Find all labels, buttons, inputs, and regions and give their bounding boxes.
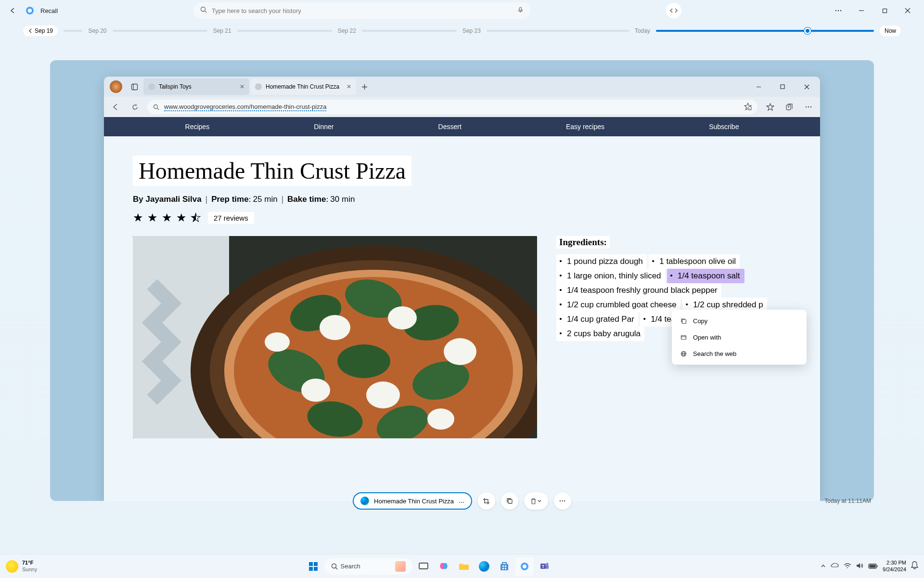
timeline-date-pill[interactable]: Sep 19 [23, 26, 58, 36]
timeline-date: Sep 23 [462, 27, 481, 34]
explorer-icon[interactable] [455, 557, 473, 576]
teams-icon[interactable]: T [536, 557, 554, 576]
svg-rect-76 [505, 565, 506, 567]
svg-rect-52 [682, 319, 686, 323]
svg-point-58 [459, 502, 460, 503]
delete-button[interactable] [524, 492, 548, 510]
svg-rect-65 [309, 562, 313, 566]
onedrive-icon[interactable] [831, 562, 839, 571]
star-rating: ★★★★★★ [133, 211, 201, 224]
copy-button[interactable] [501, 492, 518, 510]
nav-item[interactable]: Dinner [314, 123, 334, 131]
maximize-button[interactable] [874, 3, 895, 18]
timeline-now-pill[interactable]: Now [880, 26, 901, 36]
task-view-icon[interactable] [414, 557, 433, 576]
more-icon[interactable] [459, 497, 464, 505]
clock[interactable]: 2:30 PM 9/24/2024 [883, 560, 906, 572]
list-item: 1 tablespoon olive oil [649, 254, 740, 269]
notifications-icon[interactable] [911, 561, 918, 571]
svg-rect-4 [520, 7, 522, 11]
svg-point-60 [463, 502, 464, 503]
new-tab-button[interactable] [357, 79, 372, 94]
more-button[interactable] [828, 3, 849, 18]
profile-avatar[interactable] [110, 80, 122, 93]
close-tab-icon[interactable]: ✕ [240, 83, 244, 90]
tray-chevron-icon[interactable] [821, 562, 826, 571]
svg-point-7 [838, 10, 839, 11]
copilot-icon[interactable] [435, 557, 453, 576]
url-text: www.woodgrovegroceries.com/homemade-thin… [164, 103, 326, 111]
nav-item[interactable]: Easy recipes [566, 123, 604, 131]
crop-button[interactable] [478, 492, 495, 510]
browser-window: Tailspin Toys ✕ Homemade Thin Crust Pizz… [104, 77, 820, 501]
browser-minimize[interactable] [748, 79, 769, 94]
context-menu-search-web[interactable]: Search the web [672, 345, 807, 362]
app-name: Recall [40, 7, 58, 14]
svg-point-47 [444, 338, 476, 365]
collections-icon[interactable] [783, 100, 796, 114]
minimize-button[interactable] [851, 3, 872, 18]
mic-icon[interactable] [517, 6, 524, 15]
nav-item[interactable]: Recipes [185, 123, 210, 131]
back-button[interactable] [6, 4, 19, 17]
url-bar[interactable]: www.woodgrovegroceries.com/homemade-thin… [147, 100, 757, 114]
svg-point-64 [564, 500, 565, 501]
svg-point-21 [154, 105, 158, 108]
svg-rect-78 [505, 568, 506, 569]
copy-icon [680, 317, 687, 325]
search-input[interactable] [212, 7, 513, 14]
wifi-icon[interactable] [844, 562, 851, 571]
svg-rect-73 [459, 565, 469, 570]
browser-refresh-icon[interactable] [128, 100, 141, 114]
browser-back-icon[interactable] [109, 100, 122, 114]
weather-widget[interactable]: 71°F Sunny [6, 560, 37, 572]
volume-icon[interactable] [856, 562, 863, 571]
edge-icon[interactable] [475, 557, 493, 576]
svg-rect-85 [870, 565, 876, 567]
site-nav: Recipes Dinner Dessert Easy recipes Subs… [104, 117, 820, 136]
search-bar[interactable] [193, 2, 530, 19]
more-actions-button[interactable] [554, 492, 571, 510]
browser-maximize[interactable] [772, 79, 793, 94]
browser-tab[interactable]: Tailspin Toys ✕ [143, 79, 249, 95]
close-tab-icon[interactable]: ✕ [346, 83, 351, 90]
star-icon[interactable]: G [744, 103, 752, 112]
nav-item[interactable]: Subscribe [709, 123, 739, 131]
close-button[interactable] [897, 3, 918, 18]
ingredients-heading: Ingredients: [556, 236, 610, 249]
timeline-thumb[interactable] [804, 27, 811, 34]
svg-point-46 [388, 306, 417, 329]
code-button[interactable] [666, 3, 681, 18]
search-icon [153, 104, 159, 110]
list-item-selected: 1/4 teaspoon salt [667, 269, 744, 283]
snapshot-source-pill[interactable]: Homemade Thin Crust Pizza [353, 492, 472, 510]
svg-point-69 [332, 564, 336, 568]
timeline[interactable]: Sep 19 Sep 20 Sep 21 Sep 22 Sep 23 Today… [0, 21, 924, 40]
svg-text:G: G [749, 107, 751, 110]
browser-more-icon[interactable] [802, 100, 815, 114]
favorites-icon[interactable] [763, 100, 777, 114]
snapshot-timestamp: Today at 11:11AM [824, 498, 871, 504]
svg-rect-10 [883, 9, 886, 13]
svg-rect-86 [877, 565, 878, 567]
svg-text:T: T [541, 564, 544, 568]
battery-icon[interactable] [868, 562, 878, 571]
recall-taskbar-icon[interactable] [515, 557, 534, 576]
start-button[interactable] [304, 557, 322, 576]
svg-point-6 [835, 10, 836, 11]
sun-icon [6, 560, 18, 573]
list-item: 1 pound pizza dough [556, 254, 647, 269]
context-menu-open-with[interactable]: Open with [672, 329, 807, 345]
taskbar-search[interactable]: Search [324, 558, 412, 575]
svg-point-49 [366, 381, 400, 408]
reviews-count: 27 reviews [208, 212, 254, 224]
nav-item[interactable]: Dessert [438, 123, 462, 131]
svg-point-51 [265, 332, 290, 352]
store-icon[interactable] [495, 557, 513, 576]
context-menu-copy[interactable]: Copy [672, 313, 807, 329]
taskbar: 71°F Sunny Search T 2:30 PM 9/24/2024 [0, 554, 924, 578]
tab-actions-icon[interactable] [128, 80, 141, 93]
browser-close[interactable] [796, 79, 817, 94]
svg-point-45 [320, 315, 350, 340]
browser-tab-active[interactable]: Homemade Thin Crust Pizza ✕ [250, 79, 356, 95]
